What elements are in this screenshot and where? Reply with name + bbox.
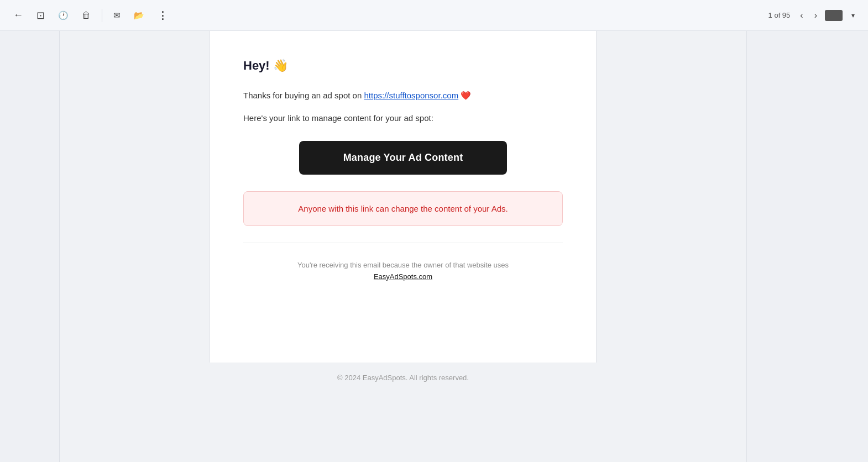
next-page-button[interactable]: ›	[811, 8, 820, 23]
pagination-text: 1 of 95	[768, 11, 791, 19]
trash-button[interactable]: 🗑	[77, 7, 95, 24]
clock-icon: 🕐	[58, 11, 69, 20]
avatar-dropdown-button[interactable]: ▾	[847, 8, 859, 23]
folder-button[interactable]: 📂	[129, 7, 149, 24]
mail-icon: ✉	[113, 11, 121, 20]
archive-icon: ⊡	[36, 9, 45, 22]
warning-text: Anyone with this link can change the con…	[260, 204, 546, 213]
email-footer: You're receiving this email because the …	[243, 243, 563, 281]
email-card: Hey! 👋 Thanks for buying an ad spot on h…	[210, 31, 597, 363]
body-prefix: Thanks for buying an ad spot on	[243, 91, 364, 100]
avatar[interactable]	[825, 10, 843, 21]
main-layout: Hey! 👋 Thanks for buying an ad spot on h…	[0, 31, 868, 462]
cta-container: Manage Your Ad Content	[243, 141, 563, 175]
easyadspots-link[interactable]: EasyAdSpots.com	[374, 272, 432, 281]
toolbar-divider	[102, 9, 102, 22]
clock-button[interactable]: 🕐	[54, 7, 73, 24]
archive-button[interactable]: ⊡	[32, 6, 49, 25]
mail-button[interactable]: ✉	[109, 7, 125, 24]
toolbar-left: ← ⊡ 🕐 🗑 ✉ 📂 ⋮	[9, 6, 764, 25]
toolbar-right: 1 of 95 ‹ › ▾	[768, 8, 859, 23]
copyright-text: © 2024 EasyAdSpots. All rights reserved.	[337, 374, 469, 382]
chevron-down-icon: ▾	[851, 12, 855, 19]
copyright-bar: © 2024 EasyAdSpots. All rights reserved.	[60, 363, 746, 393]
stufftosponsor-link[interactable]: https://stufftosponsor.com	[364, 91, 458, 100]
toolbar: ← ⊡ 🕐 🗑 ✉ 📂 ⋮ 1 of 95 ‹ › ▾	[0, 0, 868, 31]
back-icon: ←	[13, 9, 23, 21]
heart-emoji: ❤️	[461, 91, 471, 100]
email-area: Hey! 👋 Thanks for buying an ad spot on h…	[60, 31, 746, 462]
warning-box: Anyone with this link can change the con…	[243, 191, 563, 226]
more-icon: ⋮	[158, 9, 168, 22]
left-sidebar	[0, 31, 60, 462]
folder-icon: 📂	[134, 11, 144, 20]
next-icon: ›	[814, 11, 817, 20]
prev-icon: ‹	[800, 11, 803, 20]
footer-line1: You're receiving this email because the …	[243, 260, 563, 271]
email-body-line2: Here's your link to manage content for y…	[243, 112, 563, 125]
right-sidebar	[746, 31, 868, 462]
more-button[interactable]: ⋮	[153, 6, 172, 25]
back-button[interactable]: ←	[9, 6, 28, 24]
trash-icon: 🗑	[82, 11, 91, 20]
manage-ad-content-button[interactable]: Manage Your Ad Content	[299, 141, 508, 175]
email-body-line1: Thanks for buying an ad spot on https://…	[243, 90, 563, 102]
prev-page-button[interactable]: ‹	[797, 8, 806, 23]
email-greeting: Hey! 👋	[243, 59, 563, 73]
